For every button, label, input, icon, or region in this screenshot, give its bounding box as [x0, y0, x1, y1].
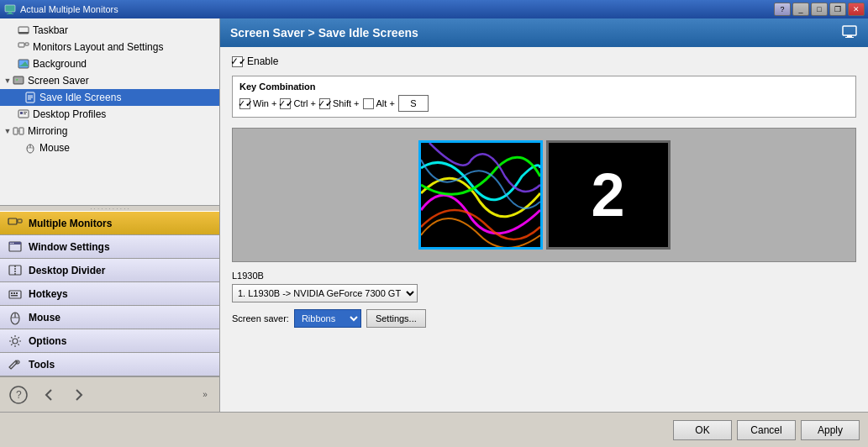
svg-rect-2	[7, 13, 13, 14]
restore-button[interactable]: ❐	[829, 3, 846, 16]
help-button[interactable]: ?	[774, 3, 791, 16]
app-container: Taskbar Monitors Layout and Settings Bac…	[0, 18, 868, 447]
main-content: Taskbar Monitors Layout and Settings Bac…	[0, 18, 868, 412]
monitor-dropdown-row: 1. L1930B -> NVIDIA GeForce 7300 GT	[232, 284, 856, 302]
taskbar-icon	[17, 24, 30, 37]
help-bottom-icon[interactable]: ?	[7, 383, 30, 407]
window-controls: ? _ □ ❐ ✕	[774, 3, 865, 16]
monitor-screen-2[interactable]: 2	[546, 140, 671, 250]
win-checkbox[interactable]: ✓	[239, 98, 250, 109]
cancel-button[interactable]: Cancel	[737, 420, 796, 440]
sidebar: Taskbar Monitors Layout and Settings Bac…	[0, 18, 220, 412]
sidebar-bottom: ? »	[0, 376, 219, 412]
monitor-screen-1[interactable]	[418, 140, 543, 250]
desktop-profiles-icon	[17, 108, 30, 121]
settings-button[interactable]: Settings...	[366, 309, 426, 328]
shift-check-label[interactable]: ✓ Shift +	[319, 98, 360, 109]
ctrl-checkbox[interactable]: ✓	[280, 98, 291, 109]
alt-label: Alt +	[376, 98, 395, 108]
nav-desktop-divider[interactable]: Desktop Divider	[0, 259, 219, 282]
monitor-dropdown[interactable]: 1. L1930B -> NVIDIA GeForce 7300 GT	[232, 284, 418, 302]
sidebar-item-mirroring[interactable]: ▼ Mirroring	[0, 123, 219, 139]
monitors-icon	[17, 40, 30, 54]
enable-checkbox[interactable]: ✓	[232, 56, 243, 67]
alt-checkbox[interactable]	[363, 98, 374, 109]
background-label: Background	[33, 58, 87, 70]
nav-tools[interactable]: Tools	[0, 353, 219, 376]
desktop-divider-nav-icon	[7, 262, 24, 279]
sidebar-item-desktop-profiles[interactable]: Desktop Profiles	[0, 106, 219, 123]
hotkeys-nav-icon	[7, 286, 24, 302]
screen-saver-row: Screen saver: Ribbons Settings...	[232, 309, 856, 328]
apply-button[interactable]: Apply	[801, 420, 860, 440]
screen-saver-dropdown[interactable]: Ribbons	[294, 309, 361, 328]
key-combo-box: Key Combination ✓ Win + ✓ Ctrl + ✓ Shift	[232, 76, 856, 118]
svg-point-30	[10, 242, 12, 244]
svg-rect-46	[843, 26, 856, 35]
content-header-icon	[841, 23, 858, 43]
svg-rect-4	[18, 32, 29, 34]
sidebar-item-mouse[interactable]: Mouse	[0, 139, 219, 156]
sidebar-tree: Taskbar Monitors Layout and Settings Bac…	[0, 18, 219, 205]
forward-icon[interactable]	[67, 383, 91, 407]
enable-text: Enable	[247, 55, 278, 67]
minimize-button[interactable]: _	[792, 3, 809, 16]
sidebar-item-screen-saver[interactable]: ▼ * Screen Saver	[0, 72, 219, 89]
app-title: Actual Multiple Monitors	[20, 4, 774, 14]
hotkeys-label: Hotkeys	[29, 288, 68, 300]
window-settings-label: Window Settings	[29, 241, 110, 253]
expand-sidebar-button[interactable]: »	[197, 387, 213, 402]
nav-hotkeys[interactable]: Hotkeys	[0, 282, 219, 306]
back-icon[interactable]	[37, 383, 60, 407]
nav-mouse[interactable]: Mouse	[0, 306, 219, 329]
svg-rect-35	[11, 292, 13, 294]
monitor-preview: 2	[232, 128, 856, 262]
svg-rect-1	[8, 12, 12, 13]
maximize-button[interactable]: □	[811, 3, 828, 16]
mouse-label: Mouse	[39, 142, 70, 154]
screensaver-icon: *	[12, 74, 25, 87]
key-combo-row: ✓ Win + ✓ Ctrl + ✓ Shift +	[239, 95, 849, 112]
svg-rect-18	[24, 112, 27, 113]
mouse-nav-icon	[7, 309, 24, 326]
multiple-monitors-label: Multiple Monitors	[29, 218, 112, 229]
mirroring-label: Mirroring	[28, 125, 67, 137]
alt-check-label[interactable]: Alt +	[363, 98, 395, 109]
bottom-bar: OK Cancel Apply	[0, 412, 868, 447]
close-button[interactable]: ✕	[848, 3, 865, 16]
mirror-expand-icon[interactable]: ▼	[3, 127, 12, 135]
screensaver-label: Screen Saver	[28, 75, 89, 87]
save-idle-icon	[24, 91, 37, 104]
options-nav-icon	[7, 333, 24, 350]
enable-checkbox-label[interactable]: ✓ Enable	[232, 55, 278, 67]
sidebar-item-monitors-layout[interactable]: Monitors Layout and Settings	[0, 39, 219, 55]
window-settings-nav-icon	[7, 239, 24, 255]
key-combo-label: Key Combination	[239, 82, 849, 92]
desktop-profiles-label: Desktop Profiles	[33, 108, 106, 120]
nav-options[interactable]: Options	[0, 329, 219, 353]
tools-label: Tools	[29, 359, 55, 371]
sidebar-item-taskbar[interactable]: Taskbar	[0, 22, 219, 39]
nav-window-settings[interactable]: Window Settings	[0, 235, 219, 259]
svg-rect-5	[18, 43, 24, 47]
nav-multiple-monitors[interactable]: Multiple Monitors	[0, 212, 219, 235]
sidebar-divider: · · · · · · · · · · ·	[0, 205, 219, 212]
sidebar-item-save-idle[interactable]: Save Idle Screens	[0, 89, 219, 106]
expand-icon[interactable]: ▼	[3, 76, 12, 85]
ok-button[interactable]: OK	[673, 420, 732, 440]
title-bar: Actual Multiple Monitors ? _ □ ❐ ✕	[0, 0, 868, 18]
ctrl-check-label[interactable]: ✓ Ctrl +	[280, 98, 316, 109]
save-idle-label: Save Idle Screens	[39, 92, 121, 103]
sidebar-item-background[interactable]: Background	[0, 55, 219, 72]
content-body: ✓ Enable Key Combination ✓ Win + ✓	[220, 47, 868, 412]
shift-checkbox[interactable]: ✓	[319, 98, 330, 109]
desktop-divider-label: Desktop Divider	[29, 265, 105, 276]
svg-rect-37	[16, 292, 18, 294]
content-header: Screen Saver > Save Idle Screens	[220, 18, 868, 47]
ctrl-label: Ctrl +	[293, 98, 316, 108]
key-input[interactable]	[398, 95, 429, 112]
win-check-label[interactable]: ✓ Win +	[239, 98, 276, 109]
multiple-monitors-nav-icon	[7, 215, 24, 232]
svg-rect-19	[24, 113, 26, 114]
svg-text:?: ?	[16, 389, 22, 401]
